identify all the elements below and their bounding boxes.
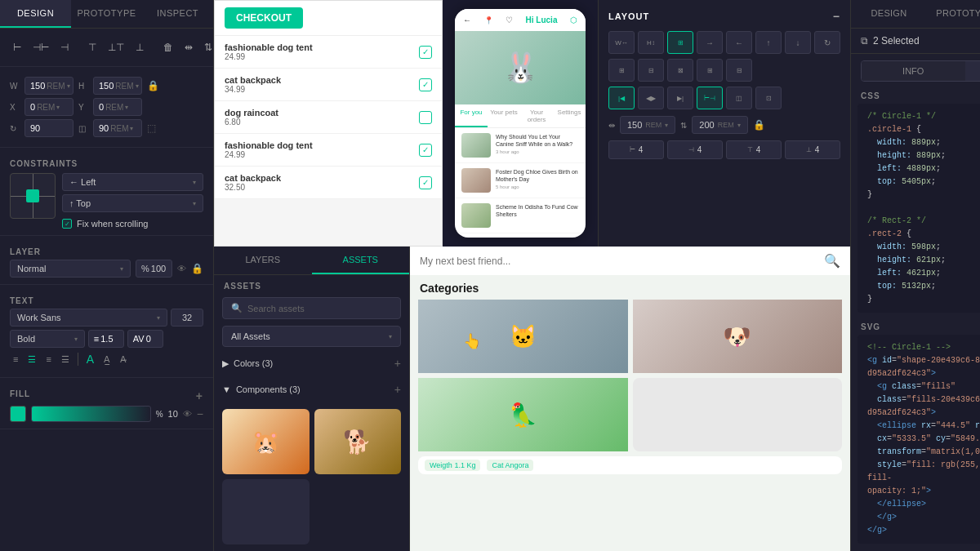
item-check-4[interactable]: ✓ [419,144,432,157]
layout-btn-auto-h[interactable]: H↕ [638,31,664,54]
align-middle-v-icon[interactable]: ⊥⊤ [105,40,127,55]
count-field-2[interactable]: ⊣ 4 [667,140,723,159]
layout-align-mid[interactable]: ⊢⊣ [697,87,723,109]
align-top-icon[interactable]: ⊤ [85,40,100,55]
layout-btn-arrow-u[interactable]: ↑ [755,31,782,54]
asset-thumb-hamster[interactable]: 🐹 [222,409,310,474]
y-input[interactable]: 0 REM ▾ [93,98,142,116]
add-color-button[interactable]: + [394,357,401,370]
layout-btn-arrow-l[interactable]: ← [726,31,752,54]
fill-visibility-icon[interactable]: 👁 [183,409,192,419]
layer-mode-select[interactable]: Normal ▾ [10,260,131,278]
item-check-5[interactable]: ✓ [419,176,432,189]
item-check-1[interactable]: ✓ [419,46,432,59]
layout-frame[interactable]: ⊡ [755,87,782,109]
layout-gap-field[interactable]: 150 REM ▾ [620,116,675,134]
font-family-select[interactable]: Work Sans ▾ [10,309,167,327]
assets-filter-dropdown[interactable]: All Assets ▾ [222,326,401,347]
layout-grid-1[interactable]: ⊞ [608,59,635,82]
phone-tab-foryou[interactable]: For you [455,104,488,127]
fill-opacity-bar[interactable] [31,406,151,422]
layout-close-icon[interactable]: − [833,10,840,23]
count-field-1[interactable]: ⊢ 4 [608,140,664,159]
tab-prototype[interactable]: PROTOTYPE [71,0,142,28]
align-right-text-btn[interactable]: ≡ [42,353,54,366]
pet-footer-info: Weigth 1.1 Kg Cat Angora [418,456,842,474]
layers-tab[interactable]: LAYERS [214,247,312,274]
count-field-3[interactable]: ⊤ 4 [726,140,782,159]
assets-tab[interactable]: ASSETS [312,247,410,274]
item-check-2[interactable]: ✓ [419,78,432,91]
layout-btn-arrow-d[interactable]: ↓ [785,31,811,54]
lock-layout-icon[interactable]: 🔒 [753,119,765,131]
lock-wh-icon[interactable]: 🔒 [147,80,159,91]
phone-tab-yourpets[interactable]: Your pets [488,104,520,127]
right-tab-prototype[interactable]: PROTOTYPE [927,0,980,28]
font-weight-select[interactable]: Bold ▾ [10,330,85,348]
layout-align-right[interactable]: ▶| [667,87,693,109]
rotation-input[interactable]: 90 [24,119,74,137]
layout-btn-arrow-r[interactable]: → [697,31,723,54]
layout-grid-3[interactable]: ⊠ [667,59,693,82]
text-underline-icon[interactable]: A̲ [100,353,114,367]
align-left-icon[interactable]: ⊢ [10,40,24,55]
phone-tab-orders[interactable]: Your orders [520,104,553,127]
lock-corner-icon[interactable]: ⬚ [147,122,156,134]
lock-layer-icon[interactable]: 🔒 [191,263,203,274]
visibility-icon[interactable]: 👁 [177,264,186,273]
layout-align-center[interactable]: ◀▶ [638,87,664,109]
font-size-input[interactable]: 32 [171,309,203,327]
constraint-vertical[interactable]: ↑ Top ▾ [62,194,203,212]
cat-card[interactable]: 🐱 👆 [418,300,628,373]
pet-search-input[interactable] [420,256,817,267]
code-tab[interactable]: CODE [965,61,981,81]
align-justify-text-btn[interactable]: ☰ [58,353,73,367]
checkout-button[interactable]: CHECKOUT [225,7,303,29]
delete-icon[interactable]: 🗑 [160,40,176,55]
remove-fill-button[interactable]: − [197,407,203,420]
assets-search-field[interactable]: 🔍 Search assets [222,297,401,319]
align-center-text-btn[interactable]: ☰ [24,353,39,367]
align-right-icon[interactable]: ⊣ [57,40,72,55]
constraint-horizontal[interactable]: ← Left ▾ [62,173,203,191]
phone-tab-settings[interactable]: Settings [553,104,586,127]
fill-opacity-value[interactable]: 10 [168,409,178,419]
layout-grid-5[interactable]: ⊟ [726,59,752,82]
bird-card[interactable]: 🦜 [418,378,628,451]
layout-btn-auto-w[interactable]: W↔ [608,31,635,54]
layout-grid-2[interactable]: ⊟ [638,59,664,82]
opacity-field[interactable]: % 100 [136,260,172,278]
color-fill-icon[interactable]: A [83,351,97,367]
colors-group-header[interactable]: ▶ Colors (3) + [222,353,401,373]
layout-btn-fixed[interactable]: ⊞ [667,31,693,54]
corner-input[interactable]: 90 REM ▾ [93,119,142,137]
add-fill-button[interactable]: + [196,389,203,402]
align-center-h-icon[interactable]: ⊣⊢ [29,40,52,55]
fill-color-swatch[interactable] [10,406,26,422]
letter-spacing-input[interactable]: AV 0 [127,330,163,348]
layout-grid-4[interactable]: ⊞ [697,59,723,82]
distribute-h-icon[interactable]: ⇹ [181,40,196,55]
tab-design[interactable]: DESIGN [0,0,71,28]
right-tab-design[interactable]: DESIGN [851,0,927,28]
line-height-input[interactable]: ≡ 1.5 [88,330,124,348]
components-group-header[interactable]: ▼ Components (3) + [222,380,401,399]
layout-align-left[interactable]: |◀ [608,87,635,109]
layout-btn-refresh[interactable]: ↻ [814,31,840,54]
fix-scrolling-checkbox[interactable]: ✓ [62,219,72,229]
x-input[interactable]: 0 REM ▾ [24,98,74,116]
dog-card[interactable]: 🐶 [633,300,843,373]
count-field-4[interactable]: ⊥ 4 [785,140,840,159]
asset-thumb-dog[interactable]: 🐕 [314,409,402,474]
layout-height-field[interactable]: 200 REM ▾ [692,116,747,134]
align-left-text-btn[interactable]: ≡ [10,353,21,366]
text-strikethrough-icon[interactable]: A̶ [117,353,130,367]
layout-align-tl[interactable]: ◫ [726,87,752,109]
info-tab[interactable]: INFO [862,61,965,81]
align-bottom-icon[interactable]: ⊥ [132,40,147,55]
h-input[interactable]: 150 REM ▾ [93,77,142,95]
w-input[interactable]: 150 REM ▾ [24,77,74,95]
tab-inspect[interactable]: INSPECT [142,0,213,28]
add-component-button[interactable]: + [394,383,401,396]
item-check-3[interactable] [419,111,432,124]
